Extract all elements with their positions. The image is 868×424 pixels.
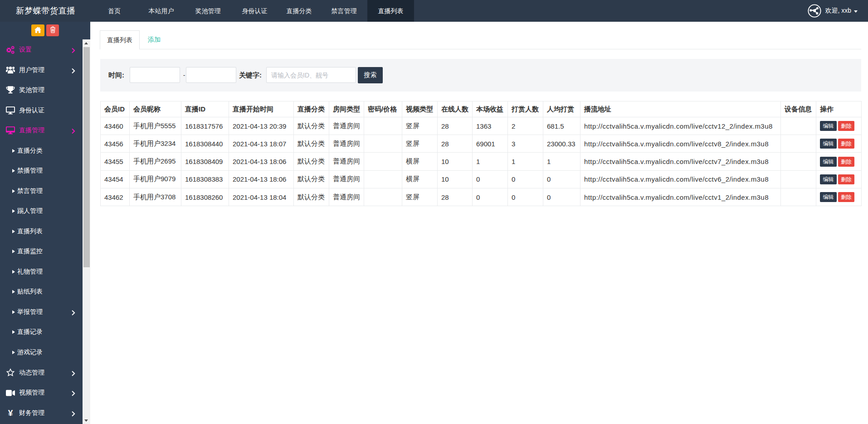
tab-add[interactable]: 添加 [140, 30, 169, 49]
sidebar-item-1[interactable]: 设置 [0, 40, 83, 60]
cell-r1c1: 43460 [101, 117, 130, 135]
sidebar-item-label: 直播分类 [17, 147, 43, 155]
col-header-4: 直播开始时间 [229, 101, 294, 117]
sidebar-scrollbar[interactable] [83, 39, 90, 424]
delete-button[interactable]: 删除 [838, 157, 854, 167]
sidebar-item-8[interactable]: 禁言管理 [0, 181, 83, 202]
chevron-right-icon [72, 67, 75, 73]
cell-actions-r1: 编辑删除 [816, 117, 862, 135]
caret-right-icon [12, 230, 15, 233]
sidebar-item-4[interactable]: 身份认证 [0, 101, 83, 121]
cell-r5c12: 0 [543, 188, 580, 206]
sidebar-item-11[interactable]: 直播监控 [0, 241, 83, 262]
sidebar-item-16[interactable]: 游戏记录 [0, 342, 83, 363]
cell-r2c3: 1618308440 [181, 135, 229, 153]
col-header-1: 会员ID [101, 101, 130, 117]
yen-icon: ¥ [6, 407, 15, 419]
nav-item-5[interactable]: 直播分类 [276, 0, 322, 22]
sidebar-item-15[interactable]: 直播记录 [0, 322, 83, 342]
sidebar-item-3[interactable]: 奖池管理 [0, 80, 83, 101]
tabs-bottom-line [100, 49, 861, 49]
cell-r5c2: 手机用户3708 [130, 188, 181, 206]
cell-actions-r2: 编辑删除 [816, 135, 862, 153]
col-header-14: 设备信息 [781, 101, 816, 117]
caret-right-icon [12, 351, 15, 354]
cell-actions-r5: 编辑删除 [816, 188, 862, 206]
sidebar-item-label: 身份认证 [19, 106, 44, 115]
sidebar-item-12[interactable]: 礼物管理 [0, 262, 83, 282]
clear-cache-button[interactable] [46, 24, 59, 36]
col-header-5: 直播分类 [294, 101, 329, 117]
cell-r3c1: 43455 [101, 153, 130, 170]
col-header-12: 人均打赏 [543, 101, 580, 117]
time-label: 时间: [108, 59, 124, 92]
sidebar-item-6[interactable]: 直播分类 [0, 141, 83, 161]
cell-r4c1: 43454 [101, 170, 130, 188]
cell-r5c5: 默认分类 [294, 188, 329, 206]
table-row-5: 43462手机用户370816183082602021-04-13 18:04默… [101, 188, 862, 206]
edit-button[interactable]: 编辑 [820, 121, 837, 131]
cell-r4c7 [364, 170, 402, 188]
cell-r3c8: 横屏 [402, 153, 438, 170]
sidebar-item-17[interactable]: 动态管理 [0, 362, 83, 383]
edit-button[interactable]: 编辑 [820, 139, 837, 149]
cell-r2c4: 2021-04-13 18:07 [229, 135, 294, 153]
sidebar-item-label: 举报管理 [17, 308, 43, 316]
cell-r1c12: 681.5 [543, 117, 580, 135]
scroll-up-arrow-icon[interactable] [84, 42, 88, 44]
cell-r5c3: 1618308260 [181, 188, 229, 206]
delete-button[interactable]: 删除 [838, 121, 854, 131]
cogs-icon [6, 43, 15, 56]
nav-item-7[interactable]: 直播列表 [367, 0, 414, 22]
edit-button[interactable]: 编辑 [820, 192, 837, 202]
sidebar-item-19[interactable]: ¥财务管理 [0, 403, 83, 423]
cell-r2c8: 竖屏 [402, 135, 438, 153]
col-header-3: 直播ID [181, 101, 229, 117]
time-end-input[interactable] [186, 67, 236, 83]
nav-item-4[interactable]: 身份认证 [231, 0, 278, 22]
home-icon [34, 27, 41, 34]
edit-button[interactable]: 编辑 [820, 174, 837, 184]
keyword-label: 关键字: [239, 59, 262, 92]
sidebar-item-10[interactable]: 直播列表 [0, 222, 83, 242]
sidebar-item-13[interactable]: 贴纸列表 [0, 282, 83, 302]
nav-item-1[interactable]: 首页 [91, 0, 138, 22]
sidebar-item-9[interactable]: 踢人管理 [0, 201, 83, 222]
cell-r5c4: 2021-04-13 18:04 [229, 188, 294, 206]
sidebar-item-label: 礼物管理 [17, 268, 43, 276]
chevron-right-icon [72, 410, 75, 416]
sidebar-item-7[interactable]: 禁播管理 [0, 161, 83, 181]
scroll-down-arrow-icon[interactable] [84, 419, 88, 422]
caret-right-icon [12, 330, 15, 334]
cell-r2c13: http://cctvalih5ca.v.myalicdn.com/live/c… [580, 135, 781, 153]
edit-button[interactable]: 编辑 [820, 157, 837, 167]
search-button[interactable]: 搜索 [358, 67, 383, 83]
cell-r1c10: 1363 [473, 117, 508, 135]
sidebar-item-14[interactable]: 举报管理 [0, 302, 83, 323]
tab-live-list[interactable]: 直播列表 [100, 30, 140, 49]
sidebar-item-18[interactable]: 视频管理 [0, 383, 83, 403]
sidebar-item-label: 直播记录 [17, 328, 43, 336]
time-start-input[interactable] [130, 67, 180, 83]
delete-button[interactable]: 删除 [838, 139, 854, 149]
cell-r4c2: 手机用户9079 [130, 170, 181, 188]
home-button[interactable] [31, 24, 44, 36]
nav-item-3[interactable]: 奖池管理 [185, 0, 231, 22]
cell-r2c9: 28 [438, 135, 473, 153]
delete-button[interactable]: 删除 [838, 174, 854, 184]
col-header-15: 操作 [816, 101, 862, 117]
keyword-input[interactable] [266, 67, 356, 83]
nav-item-2[interactable]: 本站用户 [138, 0, 185, 22]
col-header-2: 会员昵称 [130, 101, 181, 117]
cell-r4c9: 10 [438, 170, 473, 188]
main-content: 直播列表 添加 时间: - 关键字: 搜索 会员ID会员昵称直播ID直播开始时间… [90, 22, 868, 424]
nav-item-6[interactable]: 禁言管理 [321, 0, 367, 22]
user-area[interactable]: 欢迎, xxb [808, 0, 858, 22]
sidebar-item-2[interactable]: 用户管理 [0, 60, 83, 81]
scrollbar-thumb[interactable] [83, 47, 90, 267]
delete-button[interactable]: 删除 [838, 192, 854, 202]
sidebar-item-5[interactable]: 直播管理 [0, 120, 83, 141]
cell-r3c3: 1618308409 [181, 153, 229, 170]
cell-r4c4: 2021-04-13 18:06 [229, 170, 294, 188]
cell-r1c7 [364, 117, 402, 135]
